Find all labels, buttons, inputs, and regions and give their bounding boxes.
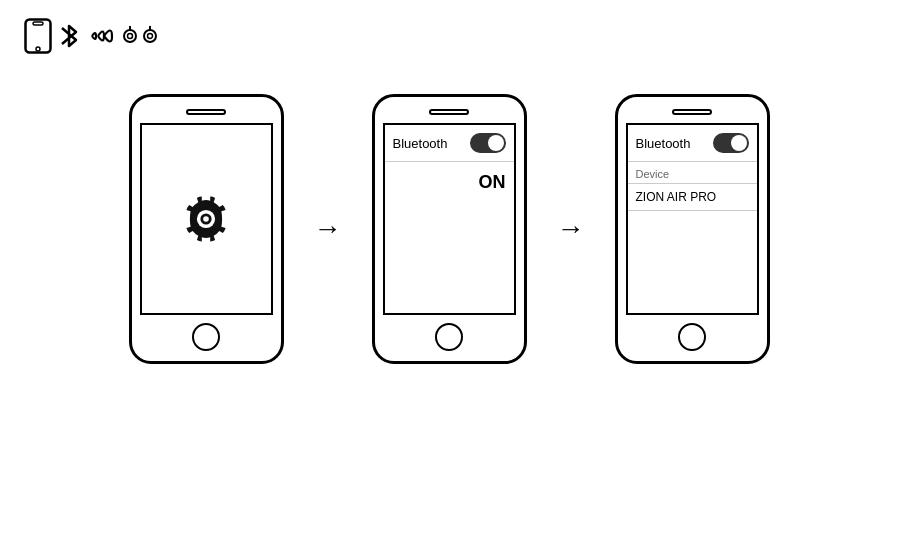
phone-1 [129, 94, 284, 364]
earbuds-icon [120, 22, 160, 50]
on-label: ON [385, 162, 514, 199]
svg-point-3 [124, 30, 136, 42]
svg-point-7 [148, 34, 153, 39]
bluetooth-toggle-2[interactable] [470, 133, 506, 153]
bluetooth-toggle-row: Bluetooth [385, 125, 514, 162]
bluetooth-toggle-row-3: Bluetooth [628, 125, 757, 162]
svg-point-2 [36, 47, 40, 51]
main-content: → Bluetooth ON → Bluetooth [0, 74, 898, 384]
device-name-row[interactable]: ZION AIR PRO [628, 183, 757, 211]
arrow-2: → [557, 213, 585, 245]
device-list-screen: Bluetooth Device ZION AIR PRO [628, 125, 757, 313]
phone-1-speaker [186, 109, 226, 115]
arrow-1: → [314, 213, 342, 245]
bluetooth-toggle-3[interactable] [713, 133, 749, 153]
toggle-knob-3 [731, 135, 747, 151]
phone-2-home-button [435, 323, 463, 351]
svg-rect-1 [33, 22, 43, 25]
svg-point-6 [144, 30, 156, 42]
toggle-knob-2 [488, 135, 504, 151]
phone-small-icon [24, 18, 52, 54]
bluetooth-label-2: Bluetooth [393, 136, 448, 151]
bluetooth-label-3: Bluetooth [636, 136, 691, 151]
header-icons [0, 0, 898, 64]
signal-waves-icon [86, 22, 114, 50]
phone-3: Bluetooth Device ZION AIR PRO [615, 94, 770, 364]
phone-1-screen [140, 123, 273, 315]
bluetooth-settings-screen: Bluetooth ON [385, 125, 514, 313]
phone-2: Bluetooth ON [372, 94, 527, 364]
phone-1-home-button [192, 323, 220, 351]
phone-3-screen: Bluetooth Device ZION AIR PRO [626, 123, 759, 315]
bluetooth-symbol-icon [58, 22, 80, 50]
svg-point-4 [128, 34, 133, 39]
device-section-label: Device [628, 162, 757, 183]
gear-icon [171, 184, 241, 254]
phone-2-speaker [429, 109, 469, 115]
phone-2-screen: Bluetooth ON [383, 123, 516, 315]
phone-3-speaker [672, 109, 712, 115]
svg-point-12 [203, 216, 209, 222]
phone-3-home-button [678, 323, 706, 351]
gear-container [142, 125, 271, 313]
